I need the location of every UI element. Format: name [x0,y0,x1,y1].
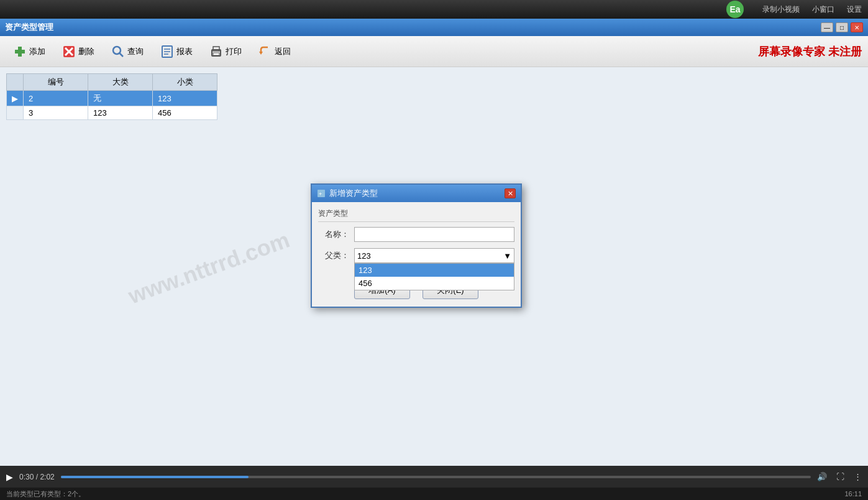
selected-value: 123 [357,251,371,261]
status-bar: ▶ 0:30 / 2:02 🔊 ⛶ ⋮ 当前类型已有类型：2个。 16:11 [0,466,868,500]
dialog-title: 新增资产类型 [329,188,378,199]
dialog-close-btn[interactable]: ✕ [505,188,516,198]
dialog-body: 资产类型 名称： 父类： 123 ▼ [312,202,521,275]
more-icon[interactable]: ⋮ [854,472,862,481]
status-text: 当前类型已有类型：2个。 [6,489,85,499]
name-row: 名称： [318,227,514,242]
toolbar: 添加 删除 查询 [0,36,868,67]
add-icon [13,45,27,58]
settings-btn[interactable]: 设置 [847,4,862,15]
dialog-section-title: 资产类型 [318,208,514,222]
close-btn[interactable]: ✕ [851,22,863,32]
status-text-bar: 当前类型已有类型：2个。 16:11 [0,488,868,500]
col-subcategory: 小类 [153,74,217,91]
asset-table: 编号 大类 小类 ▶ 2 无 123 3 123 456 [6,73,217,120]
small-window-btn[interactable]: 小窗口 [812,4,834,15]
volume-icon[interactable]: 🔊 [817,472,827,481]
cell-category: 123 [88,106,153,120]
print-button[interactable]: 打印 [203,42,249,62]
parent-select-container: 123 ▼ 123 456 [354,248,514,263]
cell-subcategory: 123 [153,91,217,106]
progress-bar[interactable] [61,476,811,478]
brand-text: 屏幕录像专家 未注册 [758,44,862,59]
parent-row: 父类： 123 ▼ 123 456 [318,248,514,263]
table-row[interactable]: 3 123 456 [7,106,217,120]
main-window: 资产类型管理 — □ ✕ 添加 [0,19,868,466]
dropdown-item-123[interactable]: 123 [355,264,514,277]
fullscreen-icon[interactable]: ⛶ [836,472,844,481]
svg-rect-1 [15,50,25,53]
return-icon [258,45,272,58]
window-controls: — □ ✕ [821,22,863,32]
report-button[interactable]: 报表 [153,42,199,62]
parent-label: 父类： [318,250,349,261]
table-row[interactable]: ▶ 2 无 123 [7,91,217,106]
app-logo: Ea [726,1,744,18]
minimize-btn[interactable]: — [821,22,833,32]
delete-icon [62,45,76,58]
record-video-btn[interactable]: 录制小视频 [762,4,800,15]
maximize-btn[interactable]: □ [836,22,848,32]
dropdown-list: 123 456 [354,263,514,290]
dropdown-item-456[interactable]: 456 [355,277,514,290]
cell-id: 2 [24,91,88,106]
progress-fill [61,476,249,478]
parent-select-display[interactable]: 123 ▼ [354,248,514,263]
name-label: 名称： [318,229,349,240]
svg-text:+: + [319,191,322,197]
name-input[interactable] [354,227,514,242]
svg-rect-13 [213,53,219,55]
search-button[interactable]: 查询 [104,42,150,62]
row-arrow: ▶ [7,91,24,106]
window-title: 资产类型管理 [5,22,53,33]
player-icons: 🔊 ⛶ ⋮ [817,472,862,481]
time-display: 0:30 / 2:02 [19,473,55,481]
print-icon [209,45,223,58]
cell-id: 3 [24,106,88,120]
svg-line-6 [119,53,123,57]
cell-category: 无 [88,91,153,106]
dropdown-arrow: ▼ [503,251,511,261]
content-area: 编号 大类 小类 ▶ 2 无 123 3 123 456 [0,67,868,126]
play-button[interactable]: ▶ [6,472,13,482]
report-icon [160,45,174,58]
dialog-icon: + [317,189,326,198]
col-id: 编号 [24,74,88,91]
row-empty [7,106,24,120]
dialog-titlebar: + 新增资产类型 ✕ [312,185,521,202]
delete-button[interactable]: 删除 [55,42,101,62]
svg-marker-14 [259,52,263,55]
window-titlebar: 资产类型管理 — □ ✕ [0,19,868,36]
return-button[interactable]: 返回 [252,42,298,62]
player-bar: ▶ 0:30 / 2:02 🔊 ⛶ ⋮ [0,466,868,488]
search-icon [111,45,125,58]
watermark: www.nttrrd.com [125,227,293,310]
taskbar-time: 16:11 [844,490,862,498]
top-bar: Ea 录制小视频 小窗口 设置 [0,0,868,19]
add-button[interactable]: 添加 [6,42,52,62]
new-asset-dialog[interactable]: + 新增资产类型 ✕ 资产类型 名称： 父类： [311,183,522,308]
col-category: 大类 [88,74,153,91]
cell-subcategory: 456 [153,106,217,120]
